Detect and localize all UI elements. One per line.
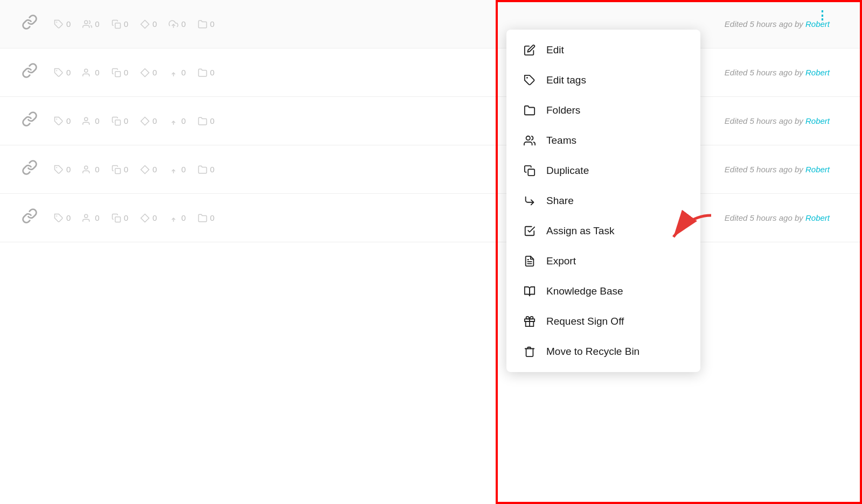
tag-count: 0 <box>54 116 71 126</box>
copy-count: 0 <box>112 19 128 29</box>
edit-label: Edit <box>546 44 564 57</box>
knowledge-base-label: Knowledge Base <box>546 285 623 298</box>
menu-item-folders[interactable]: Folders <box>506 95 700 125</box>
link-icon <box>22 14 38 34</box>
tag-count: 0 <box>54 68 71 78</box>
people-count: 0 <box>82 213 99 223</box>
menu-item-knowledge-base[interactable]: Knowledge Base <box>506 276 700 306</box>
duplicate-icon <box>523 164 537 178</box>
upload-count: 0 <box>169 165 185 174</box>
menu-item-duplicate[interactable]: Duplicate <box>506 156 700 186</box>
upload-count: 0 <box>169 19 185 29</box>
upload-count: 0 <box>169 213 185 223</box>
svg-marker-3 <box>141 20 149 28</box>
menu-item-request-sign-off[interactable]: Request Sign Off <box>506 306 700 337</box>
menu-item-edit[interactable]: Edit <box>506 35 700 65</box>
recycle-bin-icon <box>523 345 537 359</box>
folder-count: 0 <box>198 68 214 78</box>
link-icon <box>22 208 38 228</box>
diamond-count: 0 <box>140 116 157 126</box>
folders-label: Folders <box>546 104 580 117</box>
folder-count: 0 <box>198 116 214 126</box>
svg-point-26 <box>526 136 530 140</box>
svg-point-1 <box>85 20 88 24</box>
table-row: 0 0 0 0 0 0 Edited 5 hours ago by Robert <box>0 194 862 242</box>
author-link[interactable]: Robert <box>805 68 830 77</box>
author-link[interactable]: Robert <box>805 116 830 125</box>
people-count: 0 <box>82 165 99 174</box>
assign-task-label: Assign as Task <box>546 225 614 238</box>
export-label: Export <box>546 255 576 268</box>
table-row: 0 0 0 0 0 0 Edited 5 h <box>0 0 862 48</box>
table-row: 0 0 0 0 0 0 Edited 5 hours ago by Robert <box>0 48 862 97</box>
request-sign-off-icon <box>523 314 537 328</box>
edit-info: Edited 5 hours ago by Robert <box>725 116 830 125</box>
people-count: 0 <box>82 19 99 29</box>
edit-info: Edited 5 hours ago by Robert <box>725 165 830 174</box>
menu-item-assign-task[interactable]: Assign as Task <box>506 216 700 246</box>
menu-item-teams[interactable]: Teams <box>506 125 700 156</box>
duplicate-label: Duplicate <box>546 164 589 178</box>
svg-marker-8 <box>141 68 149 76</box>
edit-tags-icon <box>523 73 537 87</box>
svg-point-11 <box>85 117 88 121</box>
svg-point-6 <box>85 69 88 72</box>
assign-task-icon <box>523 224 537 238</box>
context-menu: Edit Edit tags Folders Teams <box>506 30 700 372</box>
svg-rect-12 <box>115 120 120 125</box>
author-link[interactable]: Robert <box>805 165 830 174</box>
folder-count: 0 <box>198 213 214 223</box>
teams-label: Teams <box>546 134 576 148</box>
request-sign-off-label: Request Sign Off <box>546 315 624 328</box>
menu-item-recycle-bin[interactable]: Move to Recycle Bin <box>506 337 700 367</box>
svg-point-21 <box>85 214 88 218</box>
menu-item-edit-tags[interactable]: Edit tags <box>506 65 700 95</box>
export-icon <box>523 254 537 268</box>
folder-count: 0 <box>198 19 214 29</box>
diamond-count: 0 <box>140 68 157 78</box>
author-link[interactable]: Robert <box>805 213 830 222</box>
link-icon <box>22 159 38 179</box>
svg-marker-23 <box>141 214 149 222</box>
knowledge-base-icon <box>523 284 537 298</box>
svg-point-16 <box>85 166 88 169</box>
table-row: 0 0 0 0 0 0 Edited 5 hours ago by Robert <box>0 145 862 194</box>
edit-tags-label: Edit tags <box>546 74 586 87</box>
upload-count: 0 <box>169 68 185 78</box>
svg-rect-2 <box>115 23 120 28</box>
copy-count: 0 <box>112 165 128 174</box>
share-label: Share <box>546 194 574 208</box>
meta-icons: 0 0 0 0 0 0 <box>54 19 725 29</box>
svg-rect-7 <box>115 71 120 76</box>
people-count: 0 <box>82 68 99 78</box>
svg-marker-13 <box>141 117 149 125</box>
link-icon <box>22 62 38 82</box>
table-area: 0 0 0 0 0 0 Edited 5 h <box>0 0 862 504</box>
menu-item-export[interactable]: Export <box>506 246 700 276</box>
folder-count: 0 <box>198 165 214 174</box>
recycle-bin-label: Move to Recycle Bin <box>546 345 639 359</box>
svg-rect-27 <box>528 169 534 176</box>
diamond-count: 0 <box>140 19 157 29</box>
edit-info: Edited 5 hours ago by Robert <box>725 68 830 77</box>
teams-icon <box>523 134 537 148</box>
upload-count: 0 <box>169 116 185 126</box>
edit-icon <box>523 43 537 57</box>
tag-count: 0 <box>54 19 71 29</box>
svg-rect-17 <box>115 168 120 173</box>
diamond-count: 0 <box>140 165 157 174</box>
tag-count: 0 <box>54 165 71 174</box>
link-icon <box>22 111 38 131</box>
more-options-button[interactable]: ⋮ <box>813 6 832 25</box>
three-dots-button[interactable]: ⋮ <box>813 6 832 25</box>
table-row: 0 0 0 0 0 0 Edited 5 hours ago by Robert <box>0 97 862 145</box>
copy-count: 0 <box>112 68 128 78</box>
diamond-count: 0 <box>140 213 157 223</box>
folders-icon <box>523 103 537 117</box>
share-icon <box>523 194 537 208</box>
copy-count: 0 <box>112 213 128 223</box>
menu-item-share[interactable]: Share <box>506 186 700 216</box>
svg-marker-18 <box>141 165 149 173</box>
svg-rect-22 <box>115 216 120 222</box>
copy-count: 0 <box>112 116 128 126</box>
